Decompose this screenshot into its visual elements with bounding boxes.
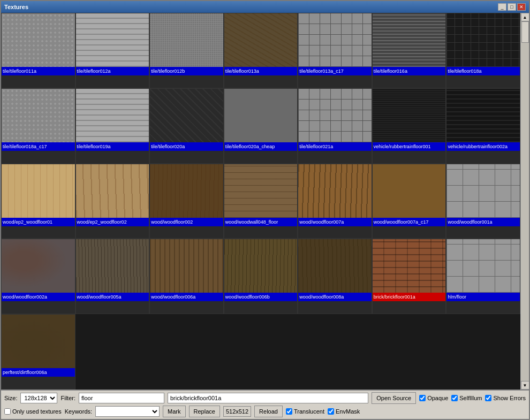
texture-cell[interactable]: tile/tilefloor018a (446, 13, 520, 88)
only-used-checkbox[interactable] (4, 408, 11, 415)
selfillum-checkbox[interactable] (451, 395, 458, 401)
texture-cell[interactable]: wood/ep2_woodfloor01 (1, 164, 75, 239)
window-controls: _ □ ✕ (498, 3, 526, 11)
texture-preview (446, 239, 520, 293)
texture-label: wood/ep2_woodfloor01 (2, 218, 75, 226)
texture-label: wood/woodfloor005a (76, 293, 149, 301)
texture-label: wood/woodfloor002 (150, 218, 223, 226)
texture-cell[interactable]: tile/tilefloor016a (372, 13, 446, 88)
envmask-label: EnvMask (336, 408, 360, 415)
texture-cell[interactable]: wood/woodfloor005a (75, 239, 150, 314)
texture-label: wood/woodwall048_floor (224, 218, 298, 226)
keywords-select[interactable] (95, 406, 160, 417)
scrollbar[interactable]: ▲ ▼ (520, 13, 529, 390)
texture-cell[interactable]: tile/tilefloor012a (75, 13, 150, 88)
texture-preview (373, 239, 446, 293)
minimize-button[interactable]: _ (498, 3, 506, 11)
filter-input[interactable] (79, 393, 164, 403)
scroll-track[interactable] (521, 21, 529, 381)
texture-preview (76, 13, 149, 67)
texture-preview (224, 89, 298, 142)
translucent-label: Translucent (294, 408, 324, 415)
texture-cell[interactable]: vehicle/rubbertrainfloor002a (446, 88, 520, 164)
open-source-button[interactable]: Open Source (372, 392, 416, 404)
envmask-checkbox-group: EnvMask (328, 408, 360, 415)
only-used-label: Only used textures (12, 408, 62, 415)
reload-button[interactable]: Reload (254, 406, 283, 417)
texture-preview (76, 89, 149, 142)
texture-label: tile/tilefloor013a_c17 (298, 67, 372, 75)
texture-cell[interactable]: wood/woodwall048_floor (224, 164, 298, 239)
opaque-label: Opaque (427, 395, 448, 401)
texture-label: tile/tilefloor013a (224, 67, 298, 75)
main-window: Textures _ □ ✕ tile/tilefloor011atile/ti… (0, 0, 530, 420)
texture-label: tile/tilefloor012a (76, 67, 149, 75)
texture-preview (298, 164, 372, 218)
replace-button[interactable]: Replace (189, 406, 220, 417)
opaque-checkbox[interactable] (419, 395, 426, 401)
texture-cell[interactable]: wood/woodfloor006b (224, 239, 298, 314)
texture-label: tile/tilefloor021a (298, 142, 372, 151)
texture-label: tile/tilefloor019a (76, 142, 149, 151)
translucent-checkbox[interactable] (286, 408, 292, 415)
texture-preview (224, 164, 298, 218)
scroll-thumb[interactable] (521, 21, 529, 43)
resolution-display: 512x512 (223, 406, 251, 417)
texture-cell[interactable]: wood/woodfloor008a (298, 239, 372, 314)
showerrors-checkbox[interactable] (485, 395, 491, 401)
texture-cell[interactable]: wood/woodfloor002 (149, 164, 224, 239)
texture-cell[interactable]: wood/ep2_woodfloor02 (75, 164, 150, 239)
texture-preview (76, 164, 149, 218)
texture-cell[interactable]: perftest/dirtfloor006a (1, 314, 75, 390)
texture-cell[interactable]: tile/tilefloor013a (224, 13, 298, 88)
opaque-checkbox-group: Opaque (419, 395, 448, 401)
texture-preview (298, 239, 372, 293)
texture-label: tile/tilefloor012b (150, 67, 223, 75)
selfillum-label: SelfIllum (459, 395, 482, 401)
texture-cell[interactable]: wood/woodfloor006a (149, 239, 224, 314)
texture-cell[interactable]: tile/tilefloor021a (298, 88, 372, 164)
texture-cell[interactable]: wood/woodfloor002a (1, 239, 75, 314)
texture-cell[interactable]: tile/tilefloor012b (149, 13, 224, 88)
texture-label: wood/woodfloor001a (446, 218, 520, 226)
close-button[interactable]: ✕ (517, 3, 526, 11)
scroll-up-button[interactable]: ▲ (521, 13, 529, 21)
main-content: tile/tilefloor011atile/tilefloor012atile… (1, 13, 529, 390)
texture-cell[interactable]: wood/woodfloor007a (298, 164, 372, 239)
texture-label: vehicle/rubbertrainfloor001 (373, 142, 446, 151)
texture-cell[interactable]: hlm/floor (446, 239, 520, 314)
texture-preview (298, 89, 372, 142)
texture-label: tile/tilefloor011a (2, 67, 75, 75)
filter-label: Filter: (60, 395, 75, 401)
texture-cell[interactable]: wood/woodfloor007a_c17 (372, 164, 446, 239)
showerrors-label: Show Errors (493, 395, 526, 401)
texture-preview (2, 315, 75, 368)
texture-preview (373, 164, 446, 218)
texture-preview (373, 13, 446, 67)
texture-cell[interactable]: brick/brickfloor001a (372, 239, 446, 314)
texture-preview (298, 13, 372, 67)
showerrors-checkbox-group: Show Errors (485, 395, 526, 401)
texture-label: hlm/floor (446, 293, 520, 301)
texture-cell[interactable]: tile/tilefloor019a (75, 88, 150, 164)
mark-button[interactable]: Mark (163, 406, 185, 417)
texture-cell[interactable]: tile/tilefloor020a_cheap (224, 88, 298, 164)
texture-preview (224, 13, 298, 67)
texture-cell[interactable]: tile/tilefloor018a_c17 (1, 88, 75, 164)
size-label: Size: (4, 395, 17, 401)
maximize-button[interactable]: □ (508, 3, 516, 11)
bottom-bar: Size: 128x128 64x64 256x256 512x512 Filt… (1, 390, 529, 419)
envmask-checkbox[interactable] (328, 408, 334, 415)
texture-cell[interactable]: tile/tilefloor020a (149, 88, 224, 164)
texture-cell[interactable]: wood/woodfloor001a (446, 164, 520, 239)
texture-cell[interactable]: tile/tilefloor013a_c17 (298, 13, 372, 88)
texture-cell[interactable]: vehicle/rubbertrainfloor001 (372, 88, 446, 164)
texture-label: vehicle/rubbertrainfloor002a (446, 142, 520, 151)
texture-cell[interactable]: tile/tilefloor011a (1, 13, 75, 88)
texture-label: brick/brickfloor001a (373, 293, 446, 301)
size-select[interactable]: 128x128 64x64 256x256 512x512 (20, 393, 57, 403)
texture-preview (446, 164, 520, 218)
texture-label: wood/woodfloor006a (150, 293, 223, 301)
texture-label: perftest/dirtfloor006a (2, 368, 75, 377)
scroll-down-button[interactable]: ▼ (521, 381, 529, 390)
